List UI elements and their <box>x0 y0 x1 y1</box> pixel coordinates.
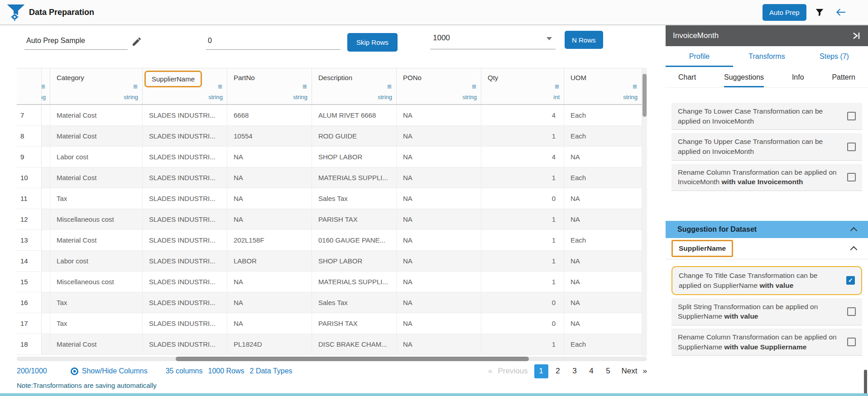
table-row[interactable]: 13 Material Cost SLADES INDUSTRI... 202L… <box>17 230 647 251</box>
uom-cell: NA <box>564 188 642 209</box>
column-menu-icon[interactable]: ≡ <box>555 83 559 91</box>
panel-subtab[interactable]: Pattern <box>832 67 855 87</box>
table-row[interactable]: 9 Labor cost SLADES INDUSTRI... NA SHOP … <box>17 147 647 167</box>
suggestion-card[interactable]: Rename Column Transformation can be appl… <box>671 329 862 356</box>
partial-column-cell <box>42 126 50 146</box>
n-rows-button[interactable]: N Rows <box>565 31 603 49</box>
table-row[interactable]: 17 Tax SLADES INDUSTRI... NA PARISH TAX … <box>17 313 647 334</box>
last-page-icon[interactable]: » <box>643 367 647 376</box>
column-menu-icon[interactable]: ≡ <box>218 83 222 91</box>
suggestion-card[interactable]: Change To Title Case Transformation can … <box>671 266 862 295</box>
category-cell: Miscellaneous cost <box>50 272 143 292</box>
category-cell: Material Cost <box>50 334 143 354</box>
n-rows-select[interactable]: 1000 <box>430 31 556 49</box>
column-header[interactable]: Description ≡ string <box>312 68 397 104</box>
column-header[interactable]: Category ≡ string <box>50 68 143 104</box>
suggestion-checkbox[interactable] <box>847 112 856 120</box>
page-number-button[interactable]: 5 <box>601 364 615 378</box>
suggestion-card[interactable]: Split String Transformation can be appli… <box>671 298 862 325</box>
column-type-label: string <box>293 94 307 100</box>
part-no-cell: NA <box>227 147 312 167</box>
row-number-cell: 9 <box>17 147 42 167</box>
chevron-up-icon[interactable] <box>850 246 858 253</box>
table-row[interactable]: 12 Miscellaneous cost SLADES INDUSTRI...… <box>17 209 647 230</box>
column-menu-icon[interactable]: ≡ <box>387 83 392 91</box>
suggestion-checkbox[interactable] <box>846 276 855 285</box>
description-cell: ALUM RIVET 6668 <box>312 105 397 125</box>
auto-prep-button[interactable]: Auto Prep <box>762 4 806 21</box>
panel-tab[interactable]: Transforms <box>733 46 801 67</box>
row-number-cell: 10 <box>17 167 42 188</box>
column-type-label: ing <box>42 94 46 100</box>
suggestion-checkbox[interactable] <box>847 143 856 151</box>
page-number-button[interactable]: 1 <box>534 364 548 378</box>
table-horizontal-scrollbar[interactable] <box>17 357 647 361</box>
column-menu-icon[interactable]: ≡ <box>302 83 307 91</box>
page-number-button[interactable]: 2 <box>551 364 565 378</box>
qty-cell: 0 <box>481 188 564 209</box>
table-row[interactable]: 15 Miscellaneous cost SLADES INDUSTRI...… <box>17 272 647 292</box>
part-no-cell: NA <box>227 167 312 188</box>
table-row[interactable]: 10 Material Cost SLADES INDUSTRI... NA M… <box>17 167 647 188</box>
suggestion-checkbox[interactable] <box>847 173 856 181</box>
panel-subtab[interactable]: Info <box>792 67 804 87</box>
skip-rows-button[interactable]: Skip Rows <box>347 33 398 52</box>
page-number-button[interactable]: 3 <box>568 364 582 378</box>
column-header[interactable]: PONo ≡ string <box>397 68 481 104</box>
edit-pencil-icon[interactable] <box>131 36 142 47</box>
filter-icon[interactable] <box>815 7 825 18</box>
table-vertical-scrollbar[interactable] <box>642 68 647 356</box>
suggestion-card[interactable]: Change To Upper Case Transformation can … <box>671 133 862 160</box>
collapse-panel-icon[interactable] <box>852 32 861 40</box>
visible-count[interactable]: 200/1000 <box>17 367 47 375</box>
column-header-label: SupplierName <box>144 71 202 87</box>
chevron-up-icon[interactable] <box>850 227 858 234</box>
skip-rows-input[interactable]: 0 <box>206 34 340 50</box>
column-menu-icon[interactable]: ≡ <box>472 83 476 91</box>
caret-down-icon <box>547 37 552 40</box>
dataset-name-input[interactable]: Auto Prep Sample <box>24 34 128 50</box>
back-arrow-icon[interactable] <box>834 6 847 18</box>
show-hide-columns-link[interactable]: Show/Hide Columns <box>82 367 148 375</box>
po-no-cell: NA <box>397 126 481 146</box>
panel-subtab[interactable]: Suggestions <box>724 67 764 87</box>
column-menu-icon[interactable]: ≡ <box>133 83 138 91</box>
panel-subtab[interactable]: Chart <box>678 67 696 87</box>
next-page-button[interactable]: Next <box>622 367 638 376</box>
scrollbar-thumb[interactable] <box>643 74 647 117</box>
panel-subtabs: Chart Suggestions Info Pattern <box>666 67 868 88</box>
suggestion-checkbox[interactable] <box>847 338 856 346</box>
dataset-column-row[interactable]: SupplierName <box>666 238 868 259</box>
previous-page-button[interactable]: Previous <box>498 367 528 376</box>
page-number-button[interactable]: 4 <box>585 364 599 378</box>
panel-subtab-label: Info <box>792 73 804 81</box>
panel-tab[interactable]: Steps (7) <box>801 46 868 67</box>
suggestion-card[interactable]: Change To Lower Case Transformation can … <box>671 103 862 130</box>
panel-subtab-label: Pattern <box>832 73 855 81</box>
row-number-cell: 18 <box>17 334 42 354</box>
table-row[interactable]: 8 Material Cost SLADES INDUSTRI... 10554… <box>17 126 647 147</box>
part-no-cell: NA <box>227 188 312 209</box>
suggestion-card[interactable]: Rename Column Transformation can be appl… <box>671 164 862 191</box>
table-row[interactable]: 14 Labor cost SLADES INDUSTRI... LABOR S… <box>17 251 647 272</box>
column-header[interactable]: SupplierName ≡ string <box>143 68 227 104</box>
panel-scrollbar-thumb[interactable] <box>864 370 867 396</box>
first-page-icon[interactable]: « <box>488 367 492 376</box>
part-no-cell: NA <box>227 272 312 292</box>
column-menu-icon[interactable]: ≡ <box>42 83 45 91</box>
column-header[interactable]: Qty ≡ int <box>481 68 564 104</box>
column-menu-icon[interactable]: ≡ <box>633 83 637 91</box>
table-row[interactable]: 11 Tax SLADES INDUSTRI... NA Sales Tax N… <box>17 188 647 209</box>
scrollbar-thumb[interactable] <box>176 357 529 361</box>
table-row[interactable]: 18 Material Cost SLADES INDUSTRI... PL18… <box>17 334 647 355</box>
column-header[interactable]: PartNo ≡ string <box>227 68 312 104</box>
eye-icon[interactable] <box>71 367 78 375</box>
table-row[interactable]: 16 Tax SLADES INDUSTRI... NA Sales Tax N… <box>17 292 647 313</box>
column-header[interactable]: UOM ≡ string <box>564 68 642 104</box>
suggestion-for-dataset-header[interactable]: Suggestion for Dataset <box>666 221 868 238</box>
bottom-accent-strip <box>0 393 868 396</box>
panel-tab[interactable]: Profile <box>666 46 733 67</box>
suggestion-checkbox[interactable] <box>847 307 856 316</box>
partial-column-cell <box>42 167 50 188</box>
table-row[interactable]: 7 Material Cost SLADES INDUSTRI... 6668 … <box>17 105 647 126</box>
